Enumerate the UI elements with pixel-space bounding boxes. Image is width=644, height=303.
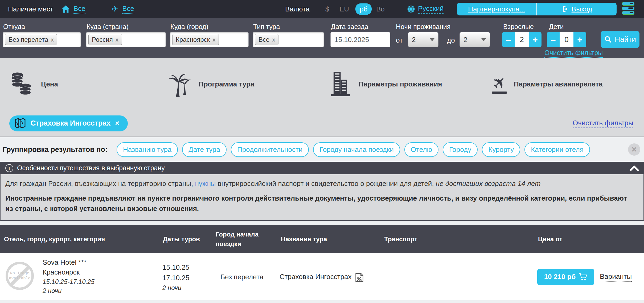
- hotel-availability-all-link[interactable]: Все: [73, 5, 85, 14]
- section-price[interactable]: Цена: [9, 58, 58, 110]
- departure-city: Без перелета: [220, 273, 264, 281]
- flight-availability-all-link[interactable]: Все: [122, 5, 134, 14]
- no-image-text: No Image: [10, 271, 29, 276]
- remove-from-tag-icon[interactable]: x: [51, 37, 54, 43]
- nights-from-select[interactable]: 2: [408, 32, 438, 47]
- page: Наличие мест Все ✈ Все Валюта $ EU рб Bo…: [0, 0, 644, 303]
- currency-usd[interactable]: $: [325, 5, 329, 13]
- tour-date-end: 17.10.25: [162, 273, 189, 283]
- tour-type-input[interactable]: Все x: [253, 32, 324, 47]
- city-tag-label: Красноярск: [176, 36, 210, 43]
- currency-bo[interactable]: Bo: [376, 5, 385, 13]
- no-image-placeholder: No Image available: [6, 262, 34, 290]
- tour-name-label: Страховка Ингосстрах: [280, 273, 351, 281]
- adults-label: Взрослые: [503, 23, 534, 31]
- country-tag[interactable]: Россия x: [88, 34, 122, 45]
- group-by-start-city[interactable]: Городу начала поездки: [313, 142, 400, 157]
- column-start-city: Город начала поездки: [216, 230, 264, 249]
- city-tag[interactable]: Красноярск x: [172, 34, 219, 45]
- building-icon: [330, 71, 352, 97]
- section-price-label: Цена: [41, 80, 58, 88]
- city-input[interactable]: Красноярск x: [170, 32, 249, 47]
- remove-city-tag-icon[interactable]: x: [212, 37, 215, 43]
- search-icon: [604, 35, 612, 43]
- date-input[interactable]: [330, 32, 390, 47]
- grouping-close-icon[interactable]: ✕: [628, 143, 640, 156]
- nights-to-select[interactable]: 2: [460, 32, 490, 47]
- group-by-duration[interactable]: Продолжительности: [231, 142, 309, 157]
- section-accommodation-label: Параметры проживания: [359, 80, 442, 88]
- chevron-down-icon: [481, 38, 486, 41]
- remove-applied-filter-icon[interactable]: ✕: [115, 120, 120, 127]
- children-label: Дети: [549, 23, 564, 31]
- group-by-tour-name[interactable]: Названию тура: [117, 142, 178, 157]
- logout-label: Выход: [572, 5, 592, 13]
- section-flight-label: Параметры авиаперелета: [514, 80, 603, 88]
- adults-plus-button[interactable]: +: [529, 32, 542, 47]
- palm-trees-icon: [168, 70, 192, 98]
- children-minus-button[interactable]: –: [547, 32, 560, 47]
- children-stepper: – 0 +: [547, 32, 586, 47]
- from-tag[interactable]: Без перелета x: [5, 34, 57, 45]
- discount-doc-icon[interactable]: [355, 272, 364, 282]
- tour-type-tag-label: Все: [259, 36, 269, 43]
- country-input[interactable]: Россия x: [86, 32, 166, 47]
- hotel-dates: 15.10.25-17.10.25: [43, 277, 95, 286]
- section-tour-program-label: Программа тура: [199, 80, 254, 88]
- plane-takeoff-icon: ✈: [492, 74, 507, 94]
- adults-value: 2: [515, 32, 529, 47]
- section-accommodation[interactable]: Параметры проживания: [330, 58, 442, 110]
- info-banner-header[interactable]: i Особенности путешествия в выбранную ст…: [0, 162, 644, 174]
- info-icon: i: [5, 164, 13, 172]
- tour-type-label: Тип тура: [253, 23, 280, 31]
- variants-link[interactable]: Варианты: [600, 272, 632, 281]
- price-label: 10 210 рб: [544, 273, 576, 281]
- results-table-header: Отель, город, курорт, категория Даты тур…: [0, 225, 644, 253]
- remove-country-tag-icon[interactable]: x: [116, 37, 118, 43]
- section-tour-program[interactable]: Программа тура: [168, 58, 254, 110]
- globe-icon: [407, 5, 415, 13]
- group-by-tour-date[interactable]: Дате тура: [182, 142, 227, 157]
- info-needed-link[interactable]: нужны: [195, 180, 216, 188]
- account-button-group: Партнер-покупа... Выход: [457, 3, 617, 15]
- tour-nights: 2 ночи: [162, 283, 189, 293]
- price-button[interactable]: 10 210 рб: [537, 269, 594, 285]
- language-link[interactable]: Русский: [418, 5, 444, 14]
- currency-eur[interactable]: EU: [339, 5, 349, 13]
- tour-type-tag[interactable]: Все x: [255, 34, 278, 45]
- section-flight[interactable]: ✈ Параметры авиаперелета: [492, 58, 603, 110]
- availability-label: Наличие мест: [8, 5, 53, 13]
- applied-filter-insurance-pill[interactable]: Страховка Ингосстрах ✕: [9, 115, 128, 131]
- group-by-city[interactable]: Городу: [443, 142, 478, 157]
- hotel-name[interactable]: Sova Hotel ***: [43, 258, 95, 267]
- hotel-info: Sova Hotel *** Красноярск 15.10.25-17.10…: [43, 258, 95, 295]
- currency-rub-selected[interactable]: рб: [355, 3, 372, 15]
- collapse-chevron-up-icon[interactable]: [630, 165, 639, 171]
- country-label: Куда (страна): [87, 23, 129, 31]
- home-icon: [61, 5, 70, 13]
- map-icon: [15, 118, 26, 129]
- adults-minus-button[interactable]: –: [502, 32, 515, 47]
- logout-button[interactable]: Выход: [537, 3, 617, 15]
- column-transport: Транспорт: [384, 235, 417, 243]
- info-foreigners-line: Иностранные граждане предъявляют на пунк…: [5, 193, 631, 214]
- search-button[interactable]: Найти: [601, 31, 639, 48]
- clear-filters-link[interactable]: Очистить фильтры: [573, 119, 633, 128]
- menu-icon[interactable]: [622, 2, 634, 16]
- filter-bar: Откуда Без перелета x Куда (страна) Росс…: [0, 18, 644, 58]
- children-value: 0: [560, 32, 573, 47]
- group-by-resort[interactable]: Курорту: [482, 142, 520, 157]
- grouping-options: Названию тура Дате тура Продолжительност…: [117, 142, 590, 157]
- logout-icon: [561, 5, 569, 13]
- plane-icon: ✈: [112, 5, 118, 13]
- partner-buyer-button[interactable]: Партнер-покупа...: [457, 3, 536, 15]
- group-by-hotel[interactable]: Отелю: [404, 142, 438, 157]
- column-dates: Даты туров: [163, 235, 200, 243]
- clear-filters-link-top[interactable]: Очистить фильтры: [544, 49, 603, 58]
- group-by-hotel-category[interactable]: Категории отеля: [524, 142, 590, 157]
- from-label: Откуда: [3, 23, 25, 31]
- from-input[interactable]: Без перелета x: [3, 32, 81, 47]
- hotel-nights: 2 ночи: [43, 286, 95, 295]
- remove-tour-type-tag-icon[interactable]: x: [272, 37, 275, 43]
- children-plus-button[interactable]: +: [573, 32, 586, 47]
